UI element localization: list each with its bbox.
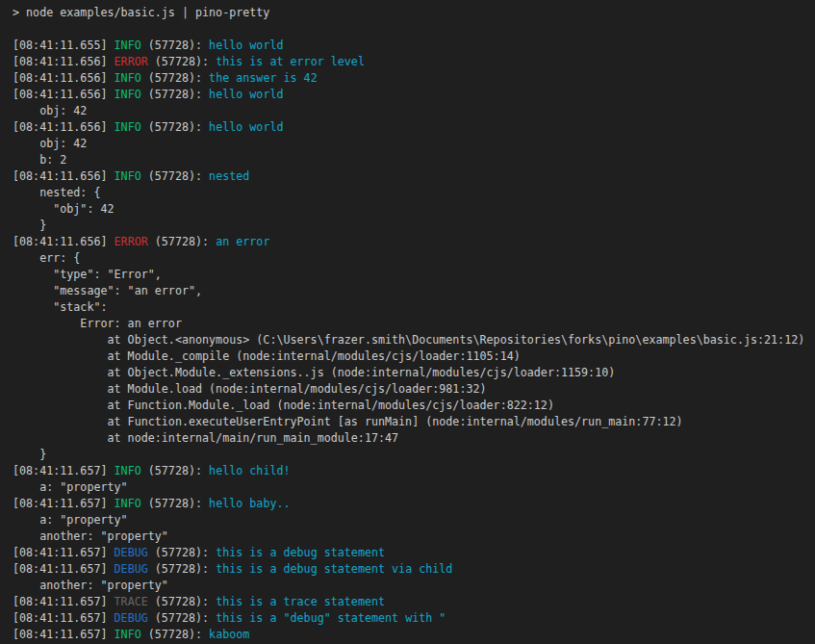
log-detail-line: "stack":	[13, 299, 811, 316]
log-timestamp: [08:41:11.657]	[13, 595, 115, 608]
log-message: kaboom	[209, 628, 249, 641]
log-timestamp: [08:41:11.656]	[13, 88, 115, 101]
log-detail-line: "message": "an error",	[13, 283, 811, 299]
log-message: hello world	[209, 88, 283, 101]
log-detail-text: }	[13, 448, 46, 461]
log-message: hello world	[209, 39, 283, 52]
log-message: hello baby..	[209, 497, 290, 510]
log-detail-text: at Object.Module._extensions..js (node:i…	[13, 366, 615, 379]
log-detail-text: at Function.Module._load (node:internal/…	[13, 399, 554, 412]
log-message: hello child!	[209, 464, 290, 477]
log-line: [08:41:11.656] ERROR (57728): this is at…	[13, 54, 811, 70]
log-detail-text: obj: 42	[13, 104, 87, 117]
log-message: this is a "debug" statement with "	[216, 611, 446, 625]
command-text: > node examples/basic.js | pino-pretty	[13, 6, 269, 19]
log-pid: (57728):	[141, 88, 209, 101]
log-detail-line: err: {	[13, 250, 811, 267]
log-timestamp: [08:41:11.656]	[13, 71, 115, 85]
log-detail-line: at Object.Module._extensions..js (node:i…	[13, 365, 811, 381]
log-detail-text: at Module._compile (node:internal/module…	[13, 349, 521, 363]
log-detail-line: }	[13, 447, 811, 463]
log-level: INFO	[115, 464, 141, 477]
log-timestamp: [08:41:11.657]	[13, 497, 115, 510]
log-message: hello world	[209, 120, 283, 134]
log-level: INFO	[115, 39, 141, 52]
log-detail-line: at Object.<anonymous> (C:\Users\frazer.s…	[13, 332, 811, 348]
log-detail-line: Error: an error	[13, 316, 811, 332]
log-detail-text: at Function.executeUserEntryPoint [as ru…	[13, 415, 683, 428]
log-detail-line: a: "property"	[13, 512, 811, 528]
log-detail-text: another: "property"	[13, 529, 168, 543]
log-message: this is a trace statement	[216, 595, 385, 608]
log-level: TRACE	[115, 595, 148, 608]
log-detail-text: err: {	[13, 251, 80, 265]
log-detail-text: a: "property"	[13, 513, 128, 527]
log-detail-line: another: "property"	[13, 578, 811, 594]
log-detail-line: at node:internal/main/run_main_module:17…	[13, 430, 811, 447]
log-detail-text: a: "property"	[13, 480, 128, 494]
log-detail-text: "type": "Error",	[13, 268, 162, 281]
log-level: INFO	[115, 88, 141, 101]
log-detail-line: "obj": 42	[13, 201, 811, 218]
log-detail-line: a: "property"	[13, 479, 811, 496]
command-line: > node examples/basic.js | pino-pretty	[13, 5, 811, 21]
log-pid: (57728):	[148, 235, 216, 248]
log-pid: (57728):	[141, 71, 209, 85]
log-timestamp: [08:41:11.656]	[13, 55, 115, 68]
log-line: [08:41:11.657] DEBUG (57728): this is a …	[13, 610, 811, 627]
log-pid: (57728):	[141, 464, 209, 477]
log-line: [08:41:11.657] INFO (57728): hello baby.…	[13, 496, 811, 512]
log-message: an error	[216, 235, 269, 248]
log-line: [08:41:11.657] TRACE (57728): this is a …	[13, 594, 811, 610]
log-level: DEBUG	[115, 562, 148, 576]
log-level: DEBUG	[115, 611, 148, 625]
log-message: this is at error level	[216, 55, 365, 68]
log-timestamp: [08:41:11.657]	[13, 562, 115, 576]
log-message: nested	[209, 169, 249, 183]
log-detail-text: at Object.<anonymous> (C:\Users\frazer.s…	[13, 333, 804, 347]
log-timestamp: [08:41:11.657]	[13, 464, 115, 477]
log-detail-text: obj: 42	[13, 137, 87, 150]
log-line: [08:41:11.657] INFO (57728): hello child…	[13, 463, 811, 479]
log-timestamp: [08:41:11.657]	[13, 546, 115, 559]
log-detail-line: at Module.load (node:internal/modules/cj…	[13, 381, 811, 398]
log-level: ERROR	[115, 55, 148, 68]
log-pid: (57728):	[148, 611, 216, 625]
log-detail-text: "stack":	[13, 300, 108, 314]
log-timestamp: [08:41:11.656]	[13, 120, 115, 134]
log-timestamp: [08:41:11.657]	[13, 611, 115, 625]
log-line: [08:41:11.656] INFO (57728): hello world	[13, 119, 811, 136]
log-message: the answer is 42	[209, 71, 318, 85]
terminal-output: > node examples/basic.js | pino-pretty […	[13, 5, 811, 643]
log-detail-text: at Module.load (node:internal/modules/cj…	[13, 382, 487, 396]
terminal-window: > node examples/basic.js | pino-pretty […	[0, 0, 815, 644]
log-level: DEBUG	[115, 546, 148, 559]
log-detail-line: another: "property"	[13, 528, 811, 545]
log-detail-text: nested: {	[13, 186, 100, 199]
log-detail-line: b: 2	[13, 152, 811, 168]
log-line: [08:41:11.655] INFO (57728): hello world	[13, 38, 811, 54]
log-detail-text: "obj": 42	[13, 202, 115, 216]
log-pid: (57728):	[141, 39, 209, 52]
log-detail-line: "type": "Error",	[13, 267, 811, 283]
log-timestamp: [08:41:11.656]	[13, 169, 115, 183]
log-detail-text: b: 2	[13, 153, 66, 167]
log-line: [08:41:11.657] DEBUG (57728): this is a …	[13, 545, 811, 561]
log-level: INFO	[115, 497, 141, 510]
log-line: [08:41:11.657] DEBUG (57728): this is a …	[13, 561, 811, 578]
log-level: INFO	[115, 120, 141, 134]
log-detail-line: obj: 42	[13, 136, 811, 152]
log-detail-text: }	[13, 219, 46, 232]
log-detail-line: nested: {	[13, 185, 811, 201]
log-message: this is a debug statement via child	[216, 562, 452, 576]
log-detail-text: "message": "an error",	[13, 284, 202, 297]
log-level: INFO	[115, 628, 141, 641]
log-message: this is a debug statement	[216, 546, 385, 559]
log-pid: (57728):	[141, 169, 209, 183]
log-detail-text: at node:internal/main/run_main_module:17…	[13, 431, 398, 445]
log-timestamp: [08:41:11.657]	[13, 628, 115, 641]
log-pid: (57728):	[141, 497, 209, 510]
log-pid: (57728):	[141, 120, 209, 134]
log-line: [08:41:11.656] INFO (57728): hello world	[13, 87, 811, 103]
blank-line	[13, 21, 811, 38]
